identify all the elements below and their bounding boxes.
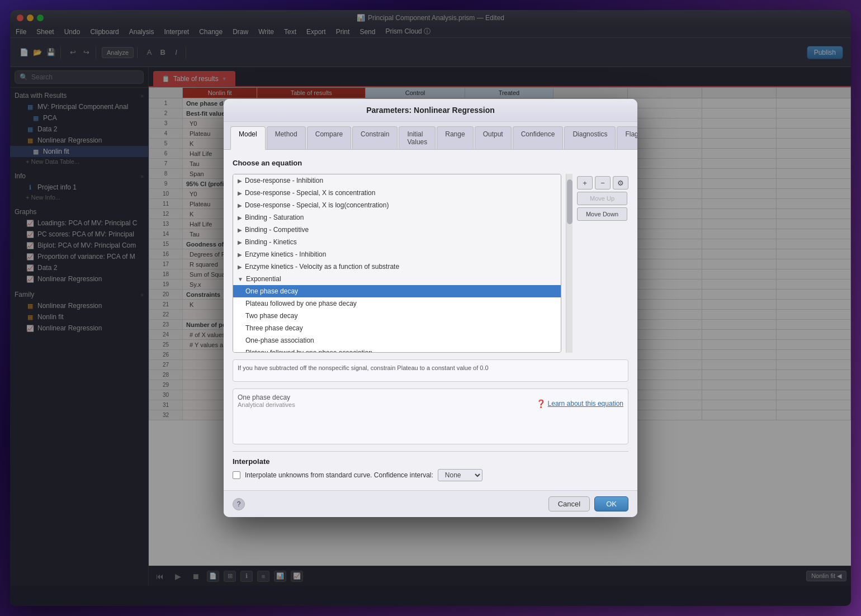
modal-title-bar: Parameters: Nonlinear Regression: [224, 99, 637, 122]
settings-equation-btn[interactable]: ⚙: [613, 176, 628, 189]
eq-category-2[interactable]: ▶Dose-response - Special, X is log(conce…: [233, 199, 561, 211]
eq-category-5[interactable]: ▶Binding - Kinetics: [233, 236, 561, 248]
eq-category-7[interactable]: ▶Enzyme kinetics - Velocity as a functio…: [233, 260, 561, 273]
modal-tab-confidence[interactable]: Confidence: [513, 126, 564, 149]
modal-tab-model[interactable]: Model: [230, 126, 266, 150]
modal-body: Choose an equation ▶Dose-response - Inhi…: [224, 150, 637, 490]
equation-scrollbar[interactable]: [566, 174, 573, 353]
confidence-select[interactable]: None 95% 99%: [438, 469, 482, 481]
modal-tab-compare[interactable]: Compare: [307, 126, 351, 149]
equation-list[interactable]: ▶Dose-response - Inhibition▶Dose-respons…: [233, 174, 561, 353]
eq-category-6[interactable]: ▶Enzyme kinetics - Inhibition: [233, 248, 561, 260]
scrollbar-thumb: [567, 179, 573, 224]
modal-tab-flag[interactable]: Flag: [617, 126, 637, 149]
eq-item-4[interactable]: One-phase association: [233, 334, 561, 347]
main-window: 📊 Principal Component Analysis.prism — E…: [10, 10, 851, 606]
modal-tab-method[interactable]: Method: [267, 126, 306, 149]
modal-tab-diagnostics[interactable]: Diagnostics: [564, 126, 616, 149]
equation-hint: If you have subtracted off the nonspecif…: [233, 359, 628, 382]
modal-dialog: Parameters: Nonlinear Regression Model M…: [224, 99, 637, 517]
help-icon: ?: [237, 500, 241, 508]
formula-subtitle: Analytical derivatives: [238, 401, 295, 408]
equation-formula-area: One phase decay Analytical derivatives ❓…: [233, 388, 628, 444]
interpolate-checkbox[interactable]: [233, 471, 240, 479]
eq-item-0[interactable]: One phase decay: [233, 285, 561, 297]
eq-item-3[interactable]: Three phase decay: [233, 322, 561, 334]
modal-tab-constrain[interactable]: Constrain: [352, 126, 398, 149]
eq-category-3[interactable]: ▶Binding - Saturation: [233, 211, 561, 224]
modal-tab-output[interactable]: Output: [475, 126, 512, 149]
interpolate-row: Interpolate unknowns from standard curve…: [233, 469, 628, 481]
modal-footer: ? Cancel OK: [224, 490, 637, 517]
remove-equation-btn[interactable]: −: [595, 176, 611, 189]
add-equation-btn[interactable]: +: [577, 176, 593, 189]
move-down-button[interactable]: Move Down: [577, 207, 627, 221]
modal-tab-initial-values[interactable]: Initial Values: [399, 126, 436, 149]
eq-item-5[interactable]: Plateau followed by one phase associatio…: [233, 347, 561, 353]
eq-item-1[interactable]: Plateau followed by one phase decay: [233, 297, 561, 310]
modal-title: Parameters: Nonlinear Regression: [366, 106, 495, 115]
eq-category-1[interactable]: ▶Dose-response - Special, X is concentra…: [233, 187, 561, 199]
help-button[interactable]: ?: [233, 498, 245, 510]
move-up-button[interactable]: Move Up: [577, 192, 627, 205]
learn-help-icon: ❓: [536, 399, 546, 408]
ok-button[interactable]: OK: [594, 496, 628, 511]
interpolate-label: Interpolate: [233, 457, 628, 466]
modal-tabs: Model Method Compare Constrain Initial V…: [224, 122, 637, 150]
learn-link[interactable]: Learn about this equation: [548, 400, 623, 407]
equation-list-container: ▶Dose-response - Inhibition▶Dose-respons…: [233, 174, 628, 353]
interpolate-section: Interpolate Interpolate unknowns from st…: [233, 451, 628, 481]
eq-category-0[interactable]: ▶Dose-response - Inhibition: [233, 174, 561, 187]
eq-item-2[interactable]: Two phase decay: [233, 310, 561, 322]
formula-name: One phase decay: [238, 394, 295, 401]
modal-tab-range[interactable]: Range: [437, 126, 473, 149]
equation-buttons: + − ⚙ Move Up Move Down: [577, 174, 628, 353]
modal-overlay: Parameters: Nonlinear Regression Model M…: [10, 10, 851, 606]
eq-category-4[interactable]: ▶Binding - Competitive: [233, 224, 561, 236]
eq-category-8[interactable]: ▼Exponential: [233, 273, 561, 285]
cancel-button[interactable]: Cancel: [548, 496, 590, 511]
choose-equation-label: Choose an equation: [233, 159, 628, 167]
interpolate-checkbox-label: Interpolate unknowns from standard curve…: [245, 471, 433, 479]
